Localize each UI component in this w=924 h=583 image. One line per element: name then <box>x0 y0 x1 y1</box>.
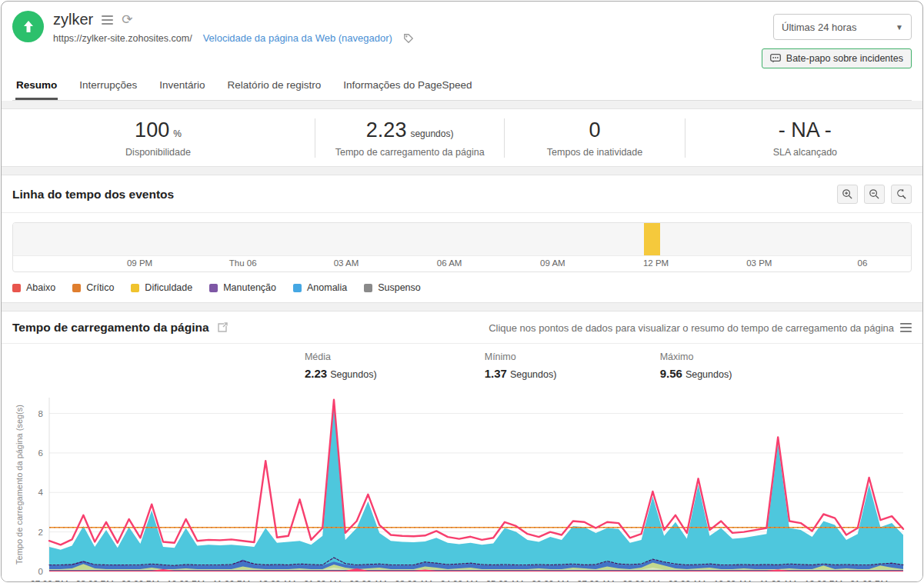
tab-informa-es-do-pagespeed[interactable]: Informações do PageSpeed <box>342 75 472 100</box>
legend-item-anomalia[interactable]: Anomalia <box>293 282 347 293</box>
tab-interrup-es[interactable]: Interrupções <box>78 75 138 100</box>
stat-label: SLA alcançado <box>685 147 923 158</box>
xtick-08-00-pm: 08:00 PM <box>76 579 114 582</box>
legend-swatch <box>72 284 81 292</box>
summary-value: 9.56Segundos) <box>660 367 732 380</box>
zoom-reset-button[interactable] <box>891 185 912 204</box>
ytick-0: 0 <box>38 567 43 576</box>
summary-label: Média <box>305 351 377 362</box>
legend-label: Crítico <box>86 282 114 293</box>
timeline-tick-09-am: 09 AM <box>540 258 565 268</box>
summary-m-nimo: Mínimo1.37Segundos) <box>485 351 557 380</box>
zoom-out-button[interactable] <box>864 185 885 204</box>
chat-icon <box>770 54 781 63</box>
stat-value: 0 <box>505 118 684 142</box>
xtick-07-00-am: 07:00 AM <box>577 579 615 582</box>
tab-relat-rio-de-registro[interactable]: Relatório de registro <box>227 75 322 100</box>
xtick-09-00-am: 09:00 AM <box>669 579 706 582</box>
xtick-08-00-am: 08:00 AM <box>622 579 660 582</box>
expand-icon[interactable] <box>217 322 228 333</box>
stat-disponibilidade: 100%Disponibilidade <box>2 118 315 158</box>
load-time-divider <box>2 343 922 344</box>
timeline-event-dificuldade[interactable] <box>644 223 660 255</box>
time-range-select[interactable]: Últimas 24 horas ▼ <box>773 14 912 40</box>
xtick-05-00-am: 05:00 AM <box>486 579 524 582</box>
zoom-out-icon <box>869 188 880 200</box>
summary-label: Máximo <box>660 351 732 362</box>
zoom-in-button[interactable] <box>837 185 858 204</box>
monitor-url: https://zylker-site.zohosites.com/ <box>53 33 192 44</box>
ytick-6: 6 <box>38 448 43 458</box>
legend-swatch <box>364 284 372 292</box>
stat-tempo-de-carregamento-da-p-gina: 2.23segundos)Tempo de carregamento da pá… <box>315 118 504 158</box>
datapoint-hint: Clique nos pontos de dados para visualiz… <box>489 322 894 334</box>
refresh-icon[interactable]: ⟳ <box>122 13 132 26</box>
stat-value: - NA - <box>685 118 923 142</box>
tab-resumo[interactable]: Resumo <box>15 75 58 100</box>
legend-item-cr-tico[interactable]: Crítico <box>72 282 114 293</box>
timeline-title: Linha do tempo dos eventos <box>12 188 174 202</box>
xtick-04-00-am: 04:00 AM <box>441 579 479 582</box>
legend-item-suspenso[interactable]: Suspenso <box>364 282 421 293</box>
series-area-documento-conclu-do[interactable] <box>49 404 903 571</box>
ytick-2: 2 <box>38 528 43 537</box>
time-range-value: Últimas 24 horas <box>782 22 857 33</box>
xtick-12-00-pm: 12:00 PM <box>805 579 842 582</box>
stat-label: Tempos de inatividade <box>505 147 684 158</box>
chart-menu-icon[interactable] <box>900 323 912 332</box>
zoom-reset-icon <box>896 188 907 200</box>
stat-number: 100 <box>135 118 169 142</box>
xtick-11-00-am: 11:00 AM <box>759 579 796 582</box>
monitor-type-link[interactable]: Velocidade da página da Web (navegador) <box>203 32 392 44</box>
timeline-divider <box>2 212 922 213</box>
chevron-down-icon: ▼ <box>896 23 903 32</box>
stat-value: 2.23segundos) <box>315 118 504 142</box>
summary-m-ximo: Máximo9.56Segundos) <box>660 351 732 380</box>
tab-invent-rio[interactable]: Inventário <box>158 75 205 100</box>
xtick-11-00-pm: 11:00 PM <box>213 579 250 582</box>
legend-item-abaixo[interactable]: Abaixo <box>12 282 55 293</box>
stat-tempos-de-inatividade: 0Tempos de inatividade <box>504 118 684 158</box>
legend-swatch <box>293 284 302 292</box>
tabs: ResumoInterrupçõesInventárioRelatório de… <box>12 75 912 101</box>
incident-chat-label: Bate-papo sobre incidentes <box>786 53 903 64</box>
monitor-status-icon <box>12 11 44 42</box>
stat-unit: % <box>173 128 182 139</box>
xtick-01-00-am: 01:00 AM <box>304 579 342 582</box>
y-axis-label: Tempo de carregamento da página (seg(s) <box>15 405 24 565</box>
header: zylker ⟳ https://zylker-site.zohosites.c… <box>2 2 922 101</box>
summary-value: 2.23Segundos) <box>305 367 377 380</box>
legend-item-manuten-o[interactable]: Manutenção <box>209 282 276 293</box>
incident-chat-button[interactable]: Bate-papo sobre incidentes <box>762 48 912 68</box>
ytick-4: 4 <box>38 488 44 497</box>
timeline-tick-12-pm: 12 PM <box>643 258 669 268</box>
legend-label: Abaixo <box>26 282 55 293</box>
stat-sla-alcan-ado: - NA -SLA alcançado <box>685 118 923 158</box>
timeline-tick-thu-06: Thu 06 <box>229 258 257 268</box>
summary-value: 1.37Segundos) <box>485 367 557 380</box>
stat-number: - NA - <box>779 118 832 142</box>
xtick-09-00-pm: 09:00 PM <box>122 579 159 582</box>
timeline-tick-09-pm: 09 PM <box>127 258 152 268</box>
tag-icon[interactable] <box>403 33 414 44</box>
legend-item-dificuldade[interactable]: Dificuldade <box>131 282 192 293</box>
stat-number: 2.23 <box>366 118 407 142</box>
xtick-10-00-pm: 10:00 PM <box>167 579 205 582</box>
timeline-tick-03-am: 03 AM <box>334 258 359 268</box>
legend-label: Manutenção <box>223 282 276 293</box>
legend-swatch <box>12 284 21 292</box>
timeline-ticks: 09 PMThu 0603 AM06 AM09 AM12 PM03 PM06 <box>13 256 911 272</box>
timeline-tick-06-am: 06 AM <box>437 258 462 268</box>
summary-label: Mínimo <box>485 351 557 362</box>
monitor-menu-icon[interactable] <box>102 15 113 25</box>
load-time-chart-svg[interactable]: 02468Tempo de carregamento da página (se… <box>12 388 909 582</box>
load-time-chart: 02468Tempo de carregamento da página (se… <box>12 388 912 582</box>
stat-label: Tempo de carregamento da página <box>315 147 504 158</box>
legend-swatch <box>209 284 218 292</box>
xtick-06-00-am: 06:00 AM <box>532 579 569 582</box>
stat-unit: segundos) <box>410 128 453 139</box>
xtick-03-00-am: 03:00 AM <box>395 579 432 582</box>
ytick-8: 8 <box>38 409 43 418</box>
timeline-strip[interactable]: 09 PMThu 0603 AM06 AM09 AM12 PM03 PM06 <box>12 222 912 272</box>
timeline-band <box>13 223 911 256</box>
